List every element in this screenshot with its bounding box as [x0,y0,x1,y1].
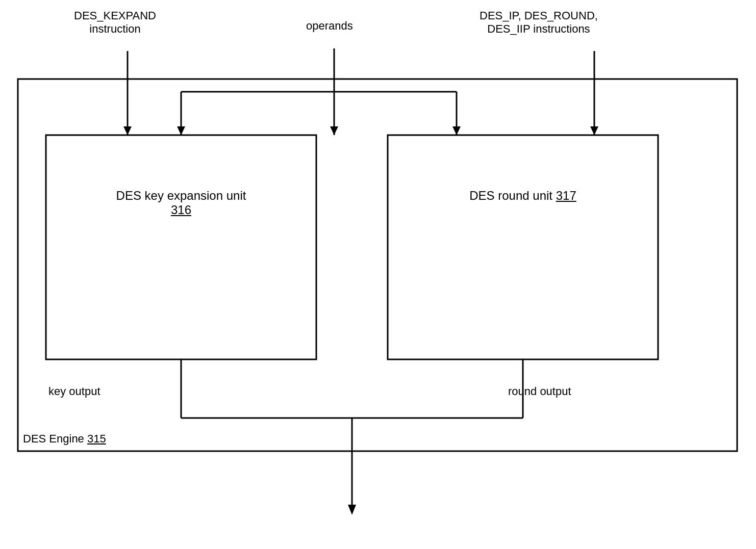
arrow-des-ip [590,126,598,135]
diagram-container: DES_KEXPAND instruction operands DES_IP,… [0,0,756,549]
arrow-operands-left [177,126,185,135]
des-ip-label: DES_IP, DES_ROUND, DES_IIP instructions [480,9,598,36]
arrow-kexpand [123,126,132,135]
round-unit-label: DES round unit 317 [388,189,658,203]
operands-label: operands [306,19,353,33]
round-unit-box [388,135,658,359]
diagram-svg [0,0,756,549]
key-expansion-unit-label: DES key expansion unit 316 [46,189,316,217]
arrow-operands-right [452,126,461,135]
des-kexpand-label: DES_KEXPAND instruction [74,9,156,36]
des-engine-label: DES Engine 315 [23,432,106,446]
arrow-output-down [348,505,356,515]
round-output-label: round output [508,385,571,398]
key-output-label: key output [48,385,100,398]
arrow-operands-center [330,126,338,135]
key-expansion-box [46,135,316,359]
